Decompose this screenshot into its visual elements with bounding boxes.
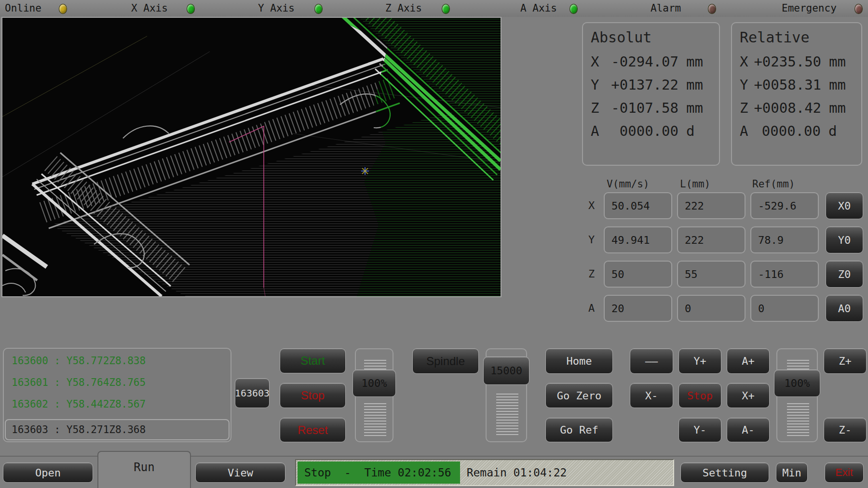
- spindle-button[interactable]: Spindle: [412, 348, 479, 374]
- min-button[interactable]: Min: [776, 462, 808, 483]
- y-axis-label: Y Axis: [258, 2, 295, 14]
- abs-x-row: X -0294.07 mm: [591, 53, 711, 70]
- unit-label: d: [821, 123, 854, 139]
- z-axis-led-icon: [442, 4, 450, 14]
- x-row-label: X: [588, 199, 595, 211]
- jog-z-minus-button[interactable]: Z-: [824, 418, 867, 442]
- job-status-text: Stop - Time 02:02:56: [298, 462, 460, 484]
- relative-title: Relative: [740, 29, 854, 46]
- rel-y-value: +0058.31: [754, 77, 821, 93]
- jog-y-plus-button[interactable]: Y+: [678, 348, 721, 374]
- z-ref-field[interactable]: -116: [750, 261, 819, 288]
- y-row-label: Y: [588, 234, 595, 246]
- time-remaining-text: Remain 01:04:22: [467, 466, 567, 479]
- z-row-label: Z: [588, 268, 595, 280]
- toolpath-3d-viewport[interactable]: .es1 .l1{stroke:var(--c1);} .es1 .l2{str…: [1, 17, 502, 297]
- emergency-label: Emergency: [782, 2, 837, 14]
- rel-x-value: +0235.50: [754, 53, 821, 70]
- start-button[interactable]: Start: [280, 348, 346, 373]
- stop-button[interactable]: Stop: [280, 383, 346, 408]
- rel-z-value: +0008.42: [754, 100, 821, 116]
- feed-override-handle[interactable]: 100%: [353, 369, 396, 397]
- open-button[interactable]: Open: [3, 462, 93, 483]
- a-axis-led-icon: [570, 4, 578, 14]
- rel-x-row: X +0235.50 mm: [740, 53, 854, 70]
- abs-x-value: -0294.07: [605, 53, 678, 70]
- y-velocity-field[interactable]: 49.941: [604, 226, 672, 253]
- home-button[interactable]: Home: [545, 348, 613, 374]
- rel-a-row: A 0000.00 d: [740, 123, 854, 139]
- jog-dash-button[interactable]: ——: [630, 348, 673, 374]
- z-velocity-field[interactable]: 50: [604, 261, 672, 288]
- online-led-icon: [59, 4, 67, 14]
- z-length-field[interactable]: 55: [677, 261, 746, 288]
- absolute-title: Absolut: [591, 29, 711, 46]
- jog-a-plus-button[interactable]: A+: [727, 348, 770, 374]
- slider-ridges: [364, 403, 386, 437]
- gcode-line: 163600 : Y58.772Z8.838: [12, 355, 146, 367]
- x-axis-label: X Axis: [131, 2, 168, 14]
- gcode-line: 163601 : Y58.764Z8.765: [12, 377, 146, 388]
- x-ref-field[interactable]: -529.6: [750, 192, 819, 219]
- jog-a-minus-button[interactable]: A-: [727, 418, 770, 442]
- slider-ridges: [496, 394, 518, 435]
- axis-letter: A: [740, 123, 754, 139]
- jog-y-minus-button[interactable]: Y-: [678, 418, 721, 442]
- rel-y-row: Y +0058.31 mm: [740, 77, 854, 93]
- a-ref-field[interactable]: 0: [750, 295, 819, 322]
- go-ref-button[interactable]: Go Ref: [545, 418, 613, 442]
- current-line-number-button[interactable]: 163603: [235, 378, 270, 408]
- jog-stop-button[interactable]: Stop: [678, 383, 721, 408]
- a-length-field[interactable]: 0: [677, 295, 746, 322]
- origin-marker-icon: [361, 167, 369, 175]
- jog-z-plus-button[interactable]: Z+: [824, 348, 867, 374]
- axis-letter: Z: [740, 100, 754, 116]
- jog-override-handle[interactable]: 100%: [774, 369, 820, 397]
- abs-a-value: 0000.00: [605, 123, 678, 139]
- unit-label: mm: [821, 77, 854, 93]
- reset-button[interactable]: Reset: [280, 418, 346, 442]
- axis-letter: Y: [591, 77, 605, 93]
- a-zero-button[interactable]: A0: [826, 295, 863, 322]
- unit-label: mm: [821, 53, 854, 70]
- z-axis-label: Z Axis: [385, 2, 422, 14]
- jog-x-minus-button[interactable]: X-: [630, 383, 673, 408]
- a-row-label: A: [588, 302, 595, 314]
- axis-letter: X: [740, 53, 754, 70]
- unit-label: mm: [678, 53, 711, 70]
- abs-y-value: +0137.22: [605, 77, 678, 93]
- y-axis-led-icon: [314, 4, 323, 14]
- x-velocity-field[interactable]: 50.054: [604, 192, 672, 219]
- y-length-field[interactable]: 222: [677, 226, 746, 253]
- x-length-field[interactable]: 222: [677, 192, 746, 219]
- alarm-led-icon: [708, 4, 716, 14]
- a-axis-label: A Axis: [520, 2, 557, 14]
- top-status-bar: Online X Axis Y Axis Z Axis A Axis Alarm…: [0, 0, 868, 17]
- rel-z-row: Z +0008.42 mm: [740, 100, 854, 116]
- exit-button[interactable]: Exit: [825, 462, 864, 483]
- x-axis-led-icon: [187, 4, 195, 14]
- axis-letter: Y: [740, 77, 754, 93]
- jog-x-plus-button[interactable]: X+: [727, 383, 770, 408]
- tab-run[interactable]: Run: [97, 451, 191, 488]
- unit-label: mm: [821, 100, 854, 116]
- axis-letter: A: [591, 123, 605, 139]
- l-column-header: L(mm): [680, 178, 710, 190]
- online-label: Online: [5, 2, 41, 14]
- go-zero-button[interactable]: Go Zero: [545, 383, 613, 408]
- v-column-header: V(mm/s): [607, 178, 650, 190]
- gcode-line: 163602 : Y58.442Z8.567: [12, 398, 146, 410]
- spindle-speed-handle[interactable]: 15000: [483, 356, 529, 385]
- z-zero-button[interactable]: Z0: [826, 261, 863, 288]
- y-zero-button[interactable]: Y0: [826, 226, 863, 253]
- setting-button[interactable]: Setting: [680, 462, 769, 483]
- a-velocity-field[interactable]: 20: [604, 295, 672, 322]
- absolute-dro-panel: Absolut X -0294.07 mm Y +0137.22 mm Z -0…: [582, 22, 720, 166]
- view-button[interactable]: View: [195, 462, 285, 483]
- rel-a-value: 0000.00: [754, 123, 821, 139]
- y-ref-field[interactable]: 78.9: [750, 226, 819, 253]
- x-zero-button[interactable]: X0: [826, 192, 863, 219]
- job-status-box: Stop - Time 02:02:56 Remain 01:04:22: [295, 459, 674, 486]
- axis-letter: X: [591, 53, 605, 70]
- gcode-list-panel[interactable]: 163600 : Y58.772Z8.838 163601 : Y58.764Z…: [3, 348, 231, 442]
